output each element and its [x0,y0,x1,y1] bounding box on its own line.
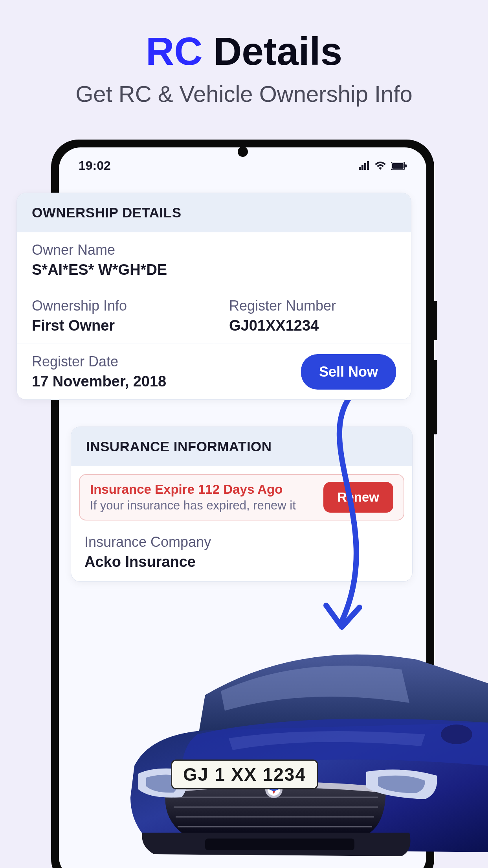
insurance-expire-title: Insurance Expire 112 Days Ago [90,482,316,497]
register-date-label: Register Date [32,353,166,370]
register-number-col: Register Number GJ01XX1234 [214,288,411,344]
svg-rect-6 [405,164,407,167]
page-header: RC Details Get RC & Vehicle Ownership In… [0,0,488,107]
wifi-icon [374,158,386,173]
ownership-info-col: Ownership Info First Owner [17,288,214,344]
register-number-label: Register Number [229,298,396,314]
phone-side-button [434,360,437,434]
ownership-info-label: Ownership Info [32,298,199,314]
owner-name-value: S*AI*ES* W*GH*DE [32,261,396,278]
car-image [111,632,488,868]
license-plate: GJ 1 XX 1234 [171,760,318,789]
register-date-value: 17 November, 2018 [32,373,166,390]
insurance-expire-subtitle: If your insurance has expired, renew it [90,498,316,513]
battery-icon [391,158,407,173]
sell-now-button[interactable]: Sell Now [301,354,396,390]
arrow-icon [299,393,393,653]
page-title: RC Details [0,31,488,71]
ownership-details-card: OWNERSHIP DETAILS Owner Name S*AI*ES* W*… [17,193,411,400]
title-highlight: RC [146,29,202,73]
svg-rect-2 [364,163,366,170]
svg-rect-1 [361,165,363,170]
svg-rect-11 [205,839,354,850]
signal-icon [359,158,370,173]
register-date-row: Register Date 17 November, 2018 Sell Now [17,344,411,399]
svg-rect-3 [367,161,369,170]
owner-name-row: Owner Name S*AI*ES* W*GH*DE [17,232,411,288]
ownership-card-header: OWNERSHIP DETAILS [17,193,411,232]
status-icons [359,158,407,173]
page-subtitle: Get RC & Vehicle Ownership Info [0,81,488,107]
title-rest: Details [202,29,342,73]
ownership-info-value: First Owner [32,317,199,334]
status-time: 19:02 [79,158,111,173]
owner-name-label: Owner Name [32,242,396,258]
svg-rect-5 [392,163,404,169]
svg-rect-0 [359,167,361,170]
phone-camera-notch [238,147,248,157]
svg-point-14 [441,725,472,744]
phone-side-button [434,301,437,340]
register-number-value: GJ01XX1234 [229,317,396,334]
